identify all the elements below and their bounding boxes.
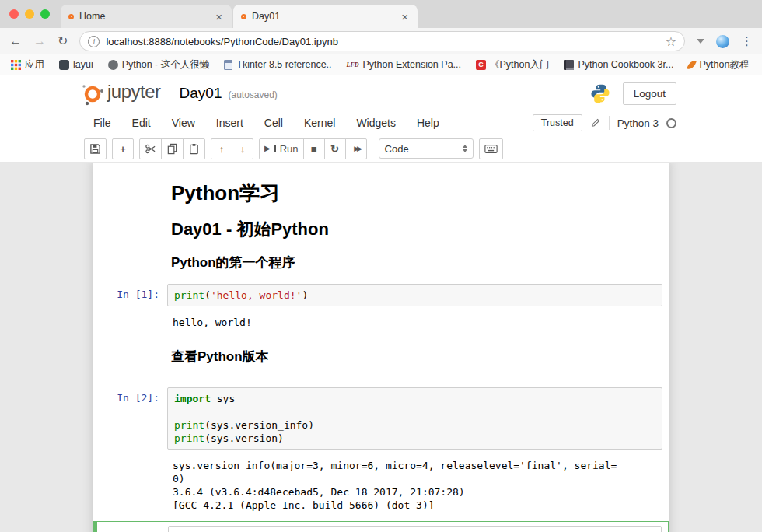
markdown-cell-h3-version[interactable]: 查看Python版本 <box>93 348 669 366</box>
bookmark-label: Python Cookbook 3r... <box>578 59 673 70</box>
bookmark-python-blog[interactable]: Python - 这个人很懒 <box>108 58 210 72</box>
move-cell-up-button[interactable]: ↑ <box>211 138 232 159</box>
code-cell-2-output: sys.version_info(major=3, minor=6, micro… <box>93 456 669 515</box>
tab-day01[interactable]: Day01 × <box>233 5 418 28</box>
notebook-container: Python学习 Day01 - 初始Python Python的第一个程序 I… <box>93 163 669 532</box>
cell-type-value: Code <box>385 143 463 155</box>
window-zoom-button[interactable] <box>40 9 50 19</box>
kernel-name: Python 3 <box>617 117 659 129</box>
code-line: import sys <box>174 392 655 405</box>
bookmark-label: Python Extension Pa... <box>363 59 461 70</box>
notebook-menubar: File Edit View Insert Cell Kernel Widget… <box>0 111 762 135</box>
bookmark-python-extension[interactable]: LFD Python Extension Pa... <box>347 59 461 70</box>
blog-favicon-icon <box>108 60 118 70</box>
clipboard-icon <box>188 143 200 155</box>
heading-day01: Day01 - 初始Python <box>171 218 656 241</box>
forward-icon[interactable]: → <box>33 35 46 47</box>
tab-close-icon[interactable]: × <box>400 11 410 23</box>
browser-window: Home × Day01 × ← → ↻ i localhost:8888/no… <box>0 0 762 532</box>
paste-cell-button[interactable] <box>183 138 205 159</box>
cell-output: hello, world! <box>167 313 662 332</box>
divider <box>609 116 610 130</box>
menu-help[interactable]: Help <box>417 117 439 129</box>
markdown-cell-h3-first-program[interactable]: Python的第一个程序 <box>93 254 669 271</box>
copy-icon <box>166 143 178 155</box>
jupyter-favicon-icon <box>241 14 246 19</box>
code-input-editing[interactable] <box>168 526 662 532</box>
book-favicon-icon <box>564 60 574 70</box>
code-cell-1-output: hello, world! <box>93 313 669 332</box>
menu-insert[interactable]: Insert <box>216 117 243 129</box>
window-controls <box>9 9 50 19</box>
code-cell-empty-selected[interactable]: In [ ]: <box>93 521 669 532</box>
code-line: print(sys.version_info) <box>174 418 655 432</box>
edit-mode-pencil-icon <box>590 117 601 128</box>
keyboard-icon <box>484 145 498 153</box>
bookmark-layui[interactable]: layui <box>59 59 93 70</box>
step-forward-bar-icon <box>274 145 276 152</box>
move-cell-down-button[interactable]: ↓ <box>232 138 253 159</box>
bookmark-tkinter-reference[interactable]: Tkinter 8.5 reference.. <box>224 59 331 70</box>
jupyter-logo-text: jupyter <box>107 81 161 103</box>
menu-edit[interactable]: Edit <box>132 117 151 129</box>
notebook-scroll-area[interactable]: Python学习 Day01 - 初始Python Python的第一个程序 I… <box>0 163 762 532</box>
bookmark-label: Tkinter 8.5 reference.. <box>236 59 331 70</box>
bookmark-apps[interactable]: 应用 <box>11 58 44 72</box>
markdown-cell-h2[interactable]: Day01 - 初始Python <box>93 218 669 241</box>
cell-prompt: In [1]: <box>93 284 167 306</box>
apps-grid-icon <box>11 60 21 70</box>
run-cell-button[interactable]: ▶ Run <box>259 138 304 159</box>
menu-view[interactable]: View <box>172 117 195 129</box>
menu-file[interactable]: File <box>93 117 111 129</box>
back-icon[interactable]: ← <box>9 35 22 47</box>
notebook-title[interactable]: Day01 <box>180 85 222 102</box>
floppy-icon <box>89 143 101 155</box>
menu-cell[interactable]: Cell <box>264 117 283 129</box>
scissors-icon <box>145 143 156 155</box>
cell-type-dropdown[interactable]: Code <box>379 138 474 159</box>
code-input[interactable]: print('hello, world!') <box>167 284 662 306</box>
command-palette-button[interactable] <box>479 138 503 159</box>
download-caret-icon[interactable] <box>697 39 704 44</box>
code-line-blank <box>174 405 655 418</box>
bookmark-label: 《Python入门 <box>490 58 549 72</box>
tab-strip: Home × Day01 × <box>0 0 762 28</box>
layui-favicon-icon <box>59 60 69 70</box>
jupyter-logo[interactable]: jupyter <box>80 81 161 106</box>
markdown-cell-h1[interactable]: Python学习 <box>93 180 669 207</box>
reload-icon[interactable]: ↻ <box>58 35 68 47</box>
jupyter-logo-icon <box>80 81 105 106</box>
tab-home[interactable]: Home × <box>61 5 232 28</box>
browser-menu-icon[interactable]: ⋮ <box>741 34 753 48</box>
url-text[interactable]: localhost:8888/notebooks/PythonCode/Day0… <box>106 36 659 47</box>
interrupt-kernel-button[interactable]: ■ <box>303 138 325 159</box>
restart-run-all-button[interactable]: ▶▶ <box>345 138 367 159</box>
logout-button[interactable]: Logout <box>623 82 676 105</box>
code-cell-2: In [2]: import sys print(sys.version_inf… <box>93 387 669 450</box>
trusted-button[interactable]: Trusted <box>533 114 582 131</box>
page-info-icon[interactable]: i <box>88 36 100 47</box>
bookmark-python-cookbook[interactable]: Python Cookbook 3r... <box>564 59 673 70</box>
bookmark-star-icon[interactable]: ☆ <box>666 34 676 49</box>
bookmarks-bar: 应用 layui Python - 这个人很懒 Tkinter 8.5 refe… <box>0 54 762 75</box>
tab-close-icon[interactable]: × <box>214 11 224 23</box>
copy-cell-button[interactable] <box>161 138 184 159</box>
jupyter-header: jupyter Day01 (autosaved) Logout <box>0 75 762 111</box>
menu-widgets[interactable]: Widgets <box>356 117 396 129</box>
code-line: print(sys.version) <box>174 432 655 445</box>
address-bar[interactable]: i localhost:8888/notebooks/PythonCode/Da… <box>79 31 685 51</box>
cut-cell-button[interactable] <box>139 138 162 159</box>
code-input[interactable]: import sys print(sys.version_info) print… <box>167 387 662 450</box>
bookmark-python-tutorial[interactable]: Python教程 <box>688 58 749 72</box>
save-button[interactable] <box>84 138 107 159</box>
bookmark-label: 应用 <box>25 58 44 72</box>
restart-kernel-button[interactable]: ↻ <box>324 138 346 159</box>
navigation-bar: ← → ↻ i localhost:8888/notebooks/PythonC… <box>0 28 762 54</box>
bookmark-python-intro[interactable]: C 《Python入门 <box>476 58 549 72</box>
menu-kernel[interactable]: Kernel <box>304 117 335 129</box>
add-cell-button[interactable]: + <box>112 138 134 159</box>
extension-globe-icon[interactable] <box>716 35 729 48</box>
window-minimize-button[interactable] <box>25 9 34 19</box>
window-close-button[interactable] <box>9 9 19 19</box>
bookmark-label: layui <box>73 59 93 70</box>
